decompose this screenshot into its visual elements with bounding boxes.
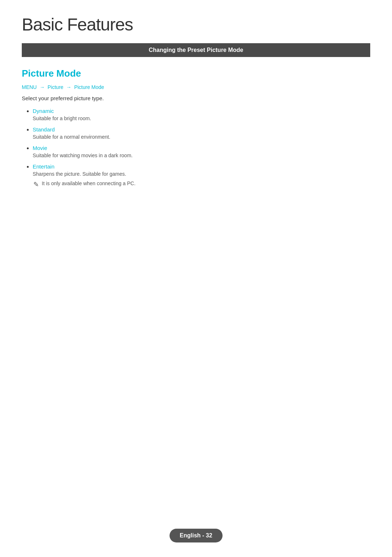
section-title: Picture Mode <box>22 68 370 79</box>
item-entertain-block: Entertain Sharpens the picture. Suitable… <box>33 163 370 188</box>
note-text: It is only available when connecting a P… <box>42 180 135 186</box>
list-item: Entertain Sharpens the picture. Suitable… <box>33 163 370 188</box>
item-movie-block: Movie Suitable for watching movies in a … <box>33 145 370 158</box>
section-header: Changing the Preset Picture Mode <box>22 43 370 57</box>
item-dynamic-block: Dynamic Suitable for a bright room. <box>33 108 370 121</box>
page-container: Basic Features Changing the Preset Pictu… <box>0 0 392 223</box>
page-title: Basic Features <box>22 15 370 34</box>
breadcrumb-menu: MENU <box>22 84 37 90</box>
description-text: Select your preferred picture type. <box>22 95 370 101</box>
list-item: Dynamic Suitable for a bright room. <box>33 108 370 121</box>
item-standard-name: Standard <box>33 126 370 133</box>
list-item: Movie Suitable for watching movies in a … <box>33 145 370 158</box>
item-dynamic-desc: Suitable for a bright room. <box>33 115 370 121</box>
item-standard-block: Standard Suitable for a normal environme… <box>33 126 370 140</box>
breadcrumb: MENU → Picture → Picture Mode <box>22 84 370 90</box>
item-standard-desc: Suitable for a normal environment. <box>33 134 370 140</box>
breadcrumb-arrow1: → <box>40 84 45 90</box>
footer-badge: English - 32 <box>170 529 222 542</box>
item-dynamic-name: Dynamic <box>33 108 370 114</box>
item-entertain-name: Entertain <box>33 163 370 170</box>
list-item: Standard Suitable for a normal environme… <box>33 126 370 140</box>
note-row: ✎ It is only available when connecting a… <box>33 180 370 188</box>
note-icon: ✎ <box>33 180 39 188</box>
item-movie-desc: Suitable for watching movies in a dark r… <box>33 153 370 158</box>
picture-mode-list: Dynamic Suitable for a bright room. Stan… <box>22 108 370 188</box>
breadcrumb-picture: Picture <box>48 84 64 90</box>
breadcrumb-picture-mode: Picture Mode <box>74 84 104 90</box>
item-entertain-desc: Sharpens the picture. Suitable for games… <box>33 171 370 177</box>
breadcrumb-arrow2: → <box>66 84 71 90</box>
item-movie-name: Movie <box>33 145 370 151</box>
